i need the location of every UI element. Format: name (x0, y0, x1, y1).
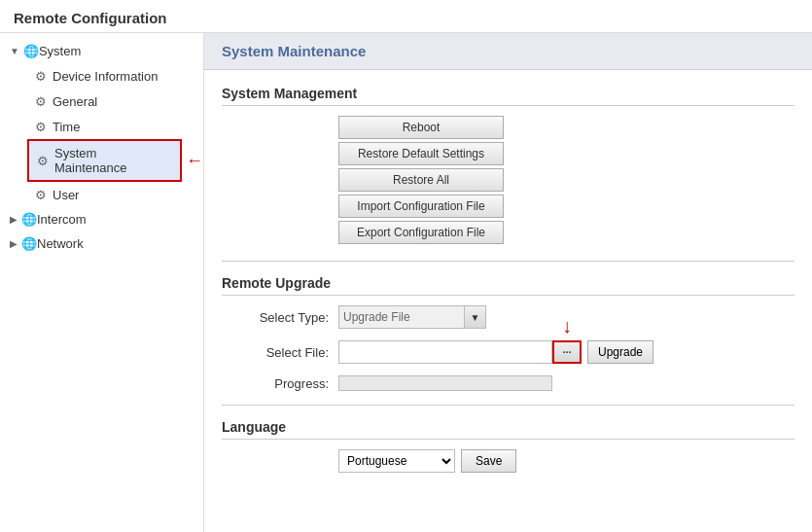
intercom-expand-arrow: ▶ (10, 214, 18, 225)
time-icon (35, 119, 47, 134)
general-icon (35, 93, 47, 109)
select-file-label: Select File: (222, 345, 329, 360)
sidebar-item-intercom[interactable]: ▶ Intercom (0, 207, 203, 231)
user-icon (35, 187, 47, 202)
right-arrow-annotation: ← (186, 151, 203, 171)
language-title: Language (222, 419, 794, 440)
system-expand-arrow: ▼ (10, 46, 19, 56)
restore-default-button[interactable]: Restore Default Settings (338, 142, 504, 165)
file-path-input[interactable] (338, 340, 552, 364)
language-select-wrapper: Portuguese English Spanish Chinese (338, 449, 455, 473)
select-type-label: Select Type: (222, 310, 329, 325)
progress-bar (338, 375, 552, 391)
export-config-button[interactable]: Export Configuration File (338, 221, 504, 244)
content-header: System Maintenance (204, 33, 812, 70)
language-select[interactable]: Portuguese English Spanish Chinese (338, 449, 455, 473)
sidebar-network-label: Network (37, 236, 84, 251)
sidebar-item-system[interactable]: ▼ System (0, 39, 203, 63)
upgrade-button[interactable]: Upgrade (587, 340, 653, 364)
sidebar-item-system-maintenance[interactable]: System Maintenance (27, 139, 182, 182)
device-info-label: Device Information (53, 69, 158, 84)
user-label: User (53, 188, 79, 202)
select-type-dropdown-arrow[interactable]: ▼ (465, 305, 486, 329)
system-maintenance-label: System Maintenance (54, 146, 170, 175)
progress-row: Progress: (222, 375, 794, 391)
language-controls: Portuguese English Spanish Chinese Save (338, 449, 516, 473)
remote-upgrade-title: Remote Upgrade (222, 275, 794, 296)
sidebar-item-general[interactable]: General (27, 89, 203, 114)
select-type-control: Upgrade File ▼ (338, 305, 486, 329)
select-file-row: Select File: ··· ↓ Upgrade (222, 340, 794, 364)
content-body: System Management Reboot Restore Default… (204, 70, 812, 500)
sidebar-system-label: System (39, 44, 81, 58)
divider-1 (222, 261, 794, 262)
sidebar-intercom-label: Intercom (37, 212, 87, 227)
select-type-input[interactable]: Upgrade File (338, 305, 465, 329)
time-label: Time (53, 120, 80, 134)
file-row-controls: ··· ↓ Upgrade (338, 340, 653, 364)
system-management-buttons: Reboot Restore Default Settings Restore … (338, 116, 794, 247)
sidebar-item-device-information[interactable]: Device Information (27, 63, 203, 89)
browse-button[interactable]: ··· (552, 340, 582, 364)
select-type-row: Select Type: Upgrade File ▼ (222, 305, 794, 329)
sidebar-item-time[interactable]: Time (27, 114, 203, 139)
main-content: System Maintenance System Management Reb… (204, 33, 812, 532)
restore-all-button[interactable]: Restore All (338, 168, 504, 192)
sidebar-section-network: ▶ Network (0, 231, 203, 256)
device-info-icon (35, 68, 47, 84)
progress-label: Progress: (222, 376, 329, 391)
system-icon (23, 44, 39, 58)
network-expand-arrow: ▶ (10, 238, 18, 249)
system-maintenance-icon (37, 153, 49, 168)
import-config-button[interactable]: Import Configuration File (338, 195, 504, 218)
sidebar-item-network[interactable]: ▶ Network (0, 231, 203, 256)
save-language-button[interactable]: Save (461, 449, 516, 473)
sidebar-item-user[interactable]: User (27, 182, 203, 207)
intercom-icon (21, 212, 37, 227)
divider-2 (222, 405, 794, 406)
general-label: General (53, 94, 97, 109)
app-title: Remote Configuration (0, 0, 812, 33)
sidebar: ▼ System Device Information General Time (0, 33, 204, 532)
sidebar-section-system: ▼ System Device Information General Time (0, 39, 203, 207)
system-management-title: System Management (222, 86, 794, 106)
network-icon (21, 236, 37, 251)
system-children: Device Information General Time System M… (0, 63, 203, 207)
down-arrow-annotation: ↓ (562, 315, 572, 337)
sidebar-section-intercom: ▶ Intercom (0, 207, 203, 231)
language-row: Portuguese English Spanish Chinese Save (222, 449, 794, 473)
reboot-button[interactable]: Reboot (338, 116, 504, 139)
